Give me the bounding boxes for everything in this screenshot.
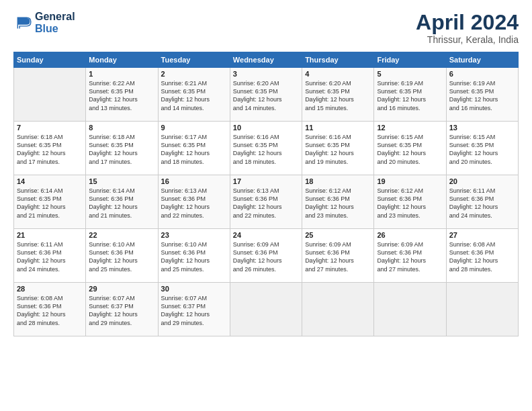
day-info: Sunrise: 6:11 AM Sunset: 6:36 PM Dayligh… [449, 187, 515, 220]
day-info: Sunrise: 6:16 AM Sunset: 6:35 PM Dayligh… [233, 133, 299, 166]
calendar-cell: 4Sunrise: 6:20 AM Sunset: 6:35 PM Daylig… [302, 68, 374, 122]
calendar-cell: 6Sunrise: 6:19 AM Sunset: 6:35 PM Daylig… [446, 68, 518, 122]
day-number: 24 [233, 231, 299, 239]
day-number: 26 [377, 231, 443, 239]
day-number: 17 [233, 177, 299, 185]
day-number: 3 [233, 70, 299, 78]
day-info: Sunrise: 6:19 AM Sunset: 6:35 PM Dayligh… [377, 79, 443, 112]
calendar-header-tuesday: Tuesday [158, 52, 230, 68]
day-number: 29 [89, 285, 154, 293]
calendar-cell: 15Sunrise: 6:14 AM Sunset: 6:36 PM Dayli… [86, 175, 158, 229]
subtitle: Thrissur, Kerala, India [416, 34, 519, 45]
calendar-cell: 13Sunrise: 6:15 AM Sunset: 6:35 PM Dayli… [446, 122, 518, 175]
calendar-header-row: SundayMondayTuesdayWednesdayThursdayFrid… [14, 52, 519, 68]
day-info: Sunrise: 6:21 AM Sunset: 6:35 PM Dayligh… [161, 79, 227, 112]
calendar-cell: 21Sunrise: 6:11 AM Sunset: 6:36 PM Dayli… [14, 229, 86, 283]
calendar-cell: 11Sunrise: 6:16 AM Sunset: 6:35 PM Dayli… [302, 122, 374, 175]
day-info: Sunrise: 6:19 AM Sunset: 6:35 PM Dayligh… [449, 79, 515, 112]
calendar-cell: 9Sunrise: 6:17 AM Sunset: 6:35 PM Daylig… [158, 122, 230, 175]
logo: General Blue [13, 11, 75, 34]
logo-text-line1: General [35, 11, 75, 23]
day-info: Sunrise: 6:13 AM Sunset: 6:36 PM Dayligh… [161, 187, 227, 220]
day-info: Sunrise: 6:07 AM Sunset: 6:37 PM Dayligh… [89, 294, 154, 327]
calendar-cell: 26Sunrise: 6:09 AM Sunset: 6:36 PM Dayli… [374, 229, 446, 283]
day-number: 7 [17, 124, 83, 132]
day-number: 12 [377, 124, 443, 132]
calendar-header-saturday: Saturday [446, 52, 518, 68]
calendar-week-5: 28Sunrise: 6:08 AM Sunset: 6:36 PM Dayli… [14, 283, 519, 336]
day-number: 10 [233, 124, 299, 132]
day-number: 18 [305, 177, 371, 185]
calendar-table: SundayMondayTuesdayWednesdayThursdayFrid… [13, 52, 519, 336]
calendar-week-2: 7Sunrise: 6:18 AM Sunset: 6:35 PM Daylig… [14, 122, 519, 175]
day-number: 23 [161, 231, 227, 239]
day-info: Sunrise: 6:14 AM Sunset: 6:36 PM Dayligh… [89, 187, 154, 220]
day-number: 21 [17, 231, 83, 239]
day-info: Sunrise: 6:20 AM Sunset: 6:35 PM Dayligh… [305, 79, 371, 112]
day-number: 16 [161, 177, 227, 185]
calendar-cell: 7Sunrise: 6:18 AM Sunset: 6:35 PM Daylig… [14, 122, 86, 175]
day-info: Sunrise: 6:07 AM Sunset: 6:37 PM Dayligh… [161, 294, 227, 327]
calendar-cell: 30Sunrise: 6:07 AM Sunset: 6:37 PM Dayli… [158, 283, 230, 336]
calendar-cell: 10Sunrise: 6:16 AM Sunset: 6:35 PM Dayli… [230, 122, 302, 175]
day-info: Sunrise: 6:12 AM Sunset: 6:36 PM Dayligh… [377, 187, 443, 220]
day-number: 19 [377, 177, 443, 185]
calendar-cell: 27Sunrise: 6:08 AM Sunset: 6:36 PM Dayli… [446, 229, 518, 283]
calendar-cell: 12Sunrise: 6:15 AM Sunset: 6:35 PM Dayli… [374, 122, 446, 175]
calendar-cell: 22Sunrise: 6:10 AM Sunset: 6:36 PM Dayli… [86, 229, 158, 283]
day-info: Sunrise: 6:13 AM Sunset: 6:36 PM Dayligh… [233, 187, 299, 220]
calendar-header-thursday: Thursday [302, 52, 374, 68]
day-number: 30 [161, 285, 227, 293]
day-number: 6 [449, 70, 515, 78]
calendar-header-friday: Friday [374, 52, 446, 68]
day-info: Sunrise: 6:09 AM Sunset: 6:36 PM Dayligh… [305, 240, 371, 273]
calendar-cell: 23Sunrise: 6:10 AM Sunset: 6:36 PM Dayli… [158, 229, 230, 283]
calendar-header-monday: Monday [86, 52, 158, 68]
day-number: 13 [449, 124, 515, 132]
calendar-week-3: 14Sunrise: 6:14 AM Sunset: 6:35 PM Dayli… [14, 175, 519, 229]
day-number: 15 [89, 177, 154, 185]
page: General Blue April 2024 Thrissur, Kerala… [0, 0, 532, 411]
day-info: Sunrise: 6:22 AM Sunset: 6:35 PM Dayligh… [89, 79, 154, 112]
day-info: Sunrise: 6:20 AM Sunset: 6:35 PM Dayligh… [233, 79, 299, 112]
calendar-cell: 14Sunrise: 6:14 AM Sunset: 6:35 PM Dayli… [14, 175, 86, 229]
calendar-cell: 2Sunrise: 6:21 AM Sunset: 6:35 PM Daylig… [158, 68, 230, 122]
day-info: Sunrise: 6:16 AM Sunset: 6:35 PM Dayligh… [305, 133, 371, 166]
day-info: Sunrise: 6:15 AM Sunset: 6:35 PM Dayligh… [377, 133, 443, 166]
day-info: Sunrise: 6:10 AM Sunset: 6:36 PM Dayligh… [89, 240, 154, 273]
title-block: April 2024 Thrissur, Kerala, India [416, 11, 519, 45]
calendar-cell [374, 283, 446, 336]
day-number: 22 [89, 231, 154, 239]
calendar-cell [230, 283, 302, 336]
day-number: 2 [161, 70, 227, 78]
day-number: 25 [305, 231, 371, 239]
calendar-cell: 25Sunrise: 6:09 AM Sunset: 6:36 PM Dayli… [302, 229, 374, 283]
day-number: 8 [89, 124, 154, 132]
day-number: 27 [449, 231, 515, 239]
day-info: Sunrise: 6:17 AM Sunset: 6:35 PM Dayligh… [161, 133, 227, 166]
day-number: 14 [17, 177, 83, 185]
day-info: Sunrise: 6:14 AM Sunset: 6:35 PM Dayligh… [17, 187, 83, 220]
calendar-cell: 1Sunrise: 6:22 AM Sunset: 6:35 PM Daylig… [86, 68, 158, 122]
calendar-cell [446, 283, 518, 336]
day-info: Sunrise: 6:08 AM Sunset: 6:36 PM Dayligh… [449, 240, 515, 273]
logo-text-line2: Blue [35, 23, 75, 35]
calendar-cell: 28Sunrise: 6:08 AM Sunset: 6:36 PM Dayli… [14, 283, 86, 336]
day-info: Sunrise: 6:18 AM Sunset: 6:35 PM Dayligh… [89, 133, 154, 166]
header: General Blue April 2024 Thrissur, Kerala… [13, 11, 519, 45]
day-info: Sunrise: 6:11 AM Sunset: 6:36 PM Dayligh… [17, 240, 83, 273]
day-number: 1 [89, 70, 154, 78]
calendar-cell: 5Sunrise: 6:19 AM Sunset: 6:35 PM Daylig… [374, 68, 446, 122]
day-info: Sunrise: 6:08 AM Sunset: 6:36 PM Dayligh… [17, 294, 83, 327]
day-info: Sunrise: 6:12 AM Sunset: 6:36 PM Dayligh… [305, 187, 371, 220]
calendar-week-1: 1Sunrise: 6:22 AM Sunset: 6:35 PM Daylig… [14, 68, 519, 122]
calendar-cell: 29Sunrise: 6:07 AM Sunset: 6:37 PM Dayli… [86, 283, 158, 336]
calendar-week-4: 21Sunrise: 6:11 AM Sunset: 6:36 PM Dayli… [14, 229, 519, 283]
day-number: 5 [377, 70, 443, 78]
day-info: Sunrise: 6:10 AM Sunset: 6:36 PM Dayligh… [161, 240, 227, 273]
calendar-cell [14, 68, 86, 122]
day-info: Sunrise: 6:09 AM Sunset: 6:36 PM Dayligh… [377, 240, 443, 273]
day-info: Sunrise: 6:18 AM Sunset: 6:35 PM Dayligh… [17, 133, 83, 166]
day-number: 4 [305, 70, 371, 78]
calendar-cell: 20Sunrise: 6:11 AM Sunset: 6:36 PM Dayli… [446, 175, 518, 229]
